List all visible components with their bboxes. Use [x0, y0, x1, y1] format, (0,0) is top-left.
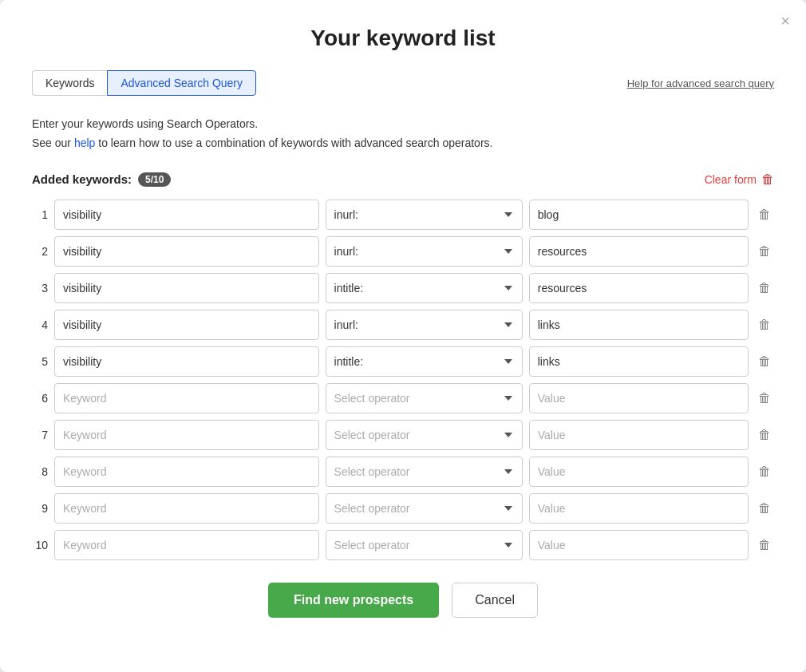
- value-input[interactable]: [529, 273, 749, 303]
- delete-row-button[interactable]: 🗑: [755, 535, 774, 555]
- row-number: 3: [32, 282, 48, 294]
- value-input[interactable]: [529, 493, 749, 524]
- delete-row-button[interactable]: 🗑: [755, 351, 774, 372]
- row-number: 4: [32, 318, 48, 331]
- operator-select[interactable]: Select operatorinurl:intitle:inanchor:al…: [326, 457, 523, 487]
- instructions-line2: See our help to learn how to use a combi…: [32, 134, 774, 153]
- value-input[interactable]: [529, 200, 749, 230]
- keyword-row: 8Select operatorinurl:intitle:inanchor:a…: [32, 457, 774, 487]
- trash-icon: 🗑: [761, 172, 774, 187]
- value-input[interactable]: [529, 457, 749, 487]
- operator-select[interactable]: Select operatorinurl:intitle:inanchor:al…: [326, 346, 523, 377]
- row-number: 5: [32, 355, 48, 368]
- operator-select[interactable]: Select operatorinurl:intitle:inanchor:al…: [326, 420, 523, 450]
- help-link[interactable]: Help for advanced search query: [627, 77, 774, 89]
- close-button[interactable]: ×: [780, 13, 790, 29]
- instructions-after: to learn how to use a combination of key…: [95, 136, 492, 149]
- keyword-row: 3Select operatorinurl:intitle:inanchor:a…: [32, 273, 774, 303]
- row-number: 6: [32, 392, 48, 405]
- added-keywords-text: Added keywords:: [32, 172, 132, 186]
- modal-container: × Your keyword list Keywords Advanced Se…: [0, 0, 806, 672]
- tabs-container: Keywords Advanced Search Query: [32, 70, 256, 96]
- instructions-line1: Enter your keywords using Search Operato…: [32, 115, 774, 134]
- operator-select[interactable]: Select operatorinurl:intitle:inanchor:al…: [326, 493, 523, 524]
- tab-advanced-search[interactable]: Advanced Search Query: [107, 70, 256, 96]
- tabs-row: Keywords Advanced Search Query Help for …: [32, 70, 774, 96]
- operator-select[interactable]: Select operatorinurl:intitle:inanchor:al…: [326, 273, 523, 303]
- keyword-input[interactable]: [54, 383, 319, 413]
- delete-row-button[interactable]: 🗑: [755, 314, 774, 335]
- row-number: 8: [32, 465, 48, 478]
- instructions-block: Enter your keywords using Search Operato…: [32, 115, 774, 153]
- row-number: 10: [32, 539, 48, 551]
- keyword-input[interactable]: [54, 200, 319, 230]
- clear-form-label: Clear form: [705, 173, 757, 186]
- row-number: 1: [32, 208, 48, 221]
- value-input[interactable]: [529, 346, 749, 377]
- tab-keywords[interactable]: Keywords: [32, 70, 107, 96]
- keyword-row: 4Select operatorinurl:intitle:inanchor:a…: [32, 310, 774, 340]
- row-number: 2: [32, 245, 48, 258]
- delete-row-button[interactable]: 🗑: [755, 498, 774, 519]
- keyword-row: 7Select operatorinurl:intitle:inanchor:a…: [32, 420, 774, 450]
- keyword-row: 9Select operatorinurl:intitle:inanchor:a…: [32, 493, 774, 524]
- keyword-row: 10Select operatorinurl:intitle:inanchor:…: [32, 530, 774, 560]
- keywords-badge: 5/10: [138, 172, 171, 187]
- modal-title: Your keyword list: [32, 26, 774, 51]
- row-number: 7: [32, 429, 48, 441]
- operator-select[interactable]: Select operatorinurl:intitle:inanchor:al…: [326, 310, 523, 340]
- delete-row-button[interactable]: 🗑: [755, 388, 774, 409]
- delete-row-button[interactable]: 🗑: [755, 461, 774, 482]
- value-input[interactable]: [529, 236, 749, 267]
- cancel-button[interactable]: Cancel: [452, 583, 538, 618]
- clear-form-button[interactable]: Clear form 🗑: [705, 172, 774, 187]
- value-input[interactable]: [529, 530, 749, 560]
- delete-row-button[interactable]: 🗑: [755, 204, 774, 225]
- keyword-input[interactable]: [54, 236, 319, 267]
- keyword-input[interactable]: [54, 457, 319, 487]
- keyword-row: 6Select operatorinurl:intitle:inanchor:a…: [32, 383, 774, 413]
- keyword-input[interactable]: [54, 273, 319, 303]
- operator-select[interactable]: Select operatorinurl:intitle:inanchor:al…: [326, 200, 523, 230]
- keyword-row: 5Select operatorinurl:intitle:inanchor:a…: [32, 346, 774, 377]
- operator-select[interactable]: Select operatorinurl:intitle:inanchor:al…: [326, 383, 523, 413]
- keyword-input[interactable]: [54, 346, 319, 377]
- added-keywords-label: Added keywords: 5/10: [32, 172, 171, 187]
- find-prospects-button[interactable]: Find new prospects: [268, 583, 439, 618]
- keyword-input[interactable]: [54, 420, 319, 450]
- keyword-input[interactable]: [54, 310, 319, 340]
- instructions-help-link[interactable]: help: [74, 136, 95, 149]
- operator-select[interactable]: Select operatorinurl:intitle:inanchor:al…: [326, 530, 523, 560]
- delete-row-button[interactable]: 🗑: [755, 278, 774, 298]
- operator-select[interactable]: Select operatorinurl:intitle:inanchor:al…: [326, 236, 523, 267]
- keyword-row: 1Select operatorinurl:intitle:inanchor:a…: [32, 200, 774, 230]
- keyword-rows: 1Select operatorinurl:intitle:inanchor:a…: [32, 200, 774, 560]
- delete-row-button[interactable]: 🗑: [755, 241, 774, 262]
- keyword-input[interactable]: [54, 530, 319, 560]
- footer-buttons: Find new prospects Cancel: [32, 583, 774, 618]
- delete-row-button[interactable]: 🗑: [755, 425, 774, 445]
- row-number: 9: [32, 502, 48, 515]
- instructions-before: See our: [32, 136, 74, 149]
- value-input[interactable]: [529, 420, 749, 450]
- section-header: Added keywords: 5/10 Clear form 🗑: [32, 172, 774, 187]
- value-input[interactable]: [529, 310, 749, 340]
- value-input[interactable]: [529, 383, 749, 413]
- keyword-row: 2Select operatorinurl:intitle:inanchor:a…: [32, 236, 774, 267]
- keyword-input[interactable]: [54, 493, 319, 524]
